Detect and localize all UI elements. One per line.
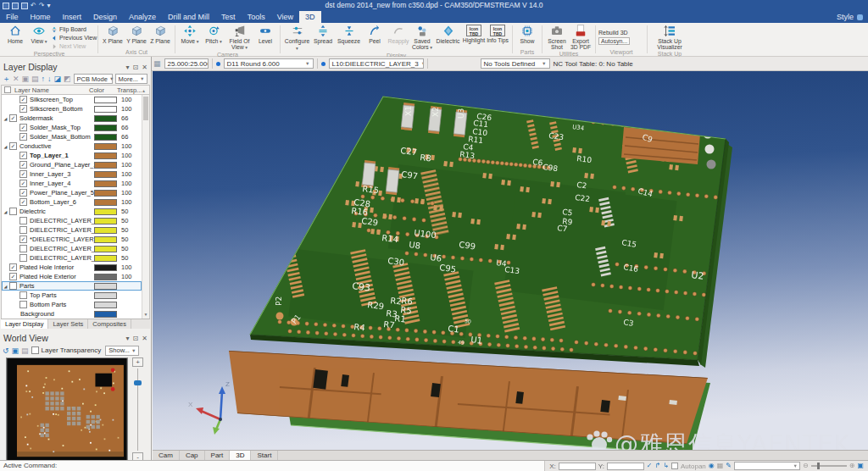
zoom-slider-thumb[interactable] bbox=[817, 463, 820, 469]
scrollbar-thumb[interactable] bbox=[143, 97, 148, 120]
scroll-down-icon[interactable]: ▼ bbox=[142, 311, 149, 319]
configure-button[interactable]: Configure bbox=[283, 24, 311, 52]
layer-visibility-checkbox[interactable] bbox=[19, 152, 27, 159]
layer-row-plated-hole-interior[interactable]: Plated Hole Interior100 bbox=[2, 263, 142, 272]
layer-color-swatch[interactable] bbox=[94, 246, 117, 252]
layer-row-silkscreen-top[interactable]: Silkscreen_Top100 bbox=[2, 95, 142, 104]
layer-row-top-layer-1[interactable]: Top_Layer_1100 bbox=[2, 151, 142, 160]
grid-toggle-icon[interactable]: ▦ bbox=[717, 462, 724, 470]
layer-visibility-checkbox[interactable] bbox=[9, 114, 17, 122]
pcb-mode-combo[interactable]: PCB Mode▼ bbox=[74, 74, 113, 84]
expander-icon[interactable] bbox=[2, 144, 9, 149]
pitch-button[interactable]: Pitch bbox=[202, 24, 225, 51]
layer-color-swatch[interactable] bbox=[94, 283, 117, 290]
layer-color-swatch[interactable] bbox=[94, 208, 117, 215]
edit-icon[interactable]: ✎ bbox=[726, 462, 732, 470]
expander-icon[interactable] bbox=[2, 209, 9, 214]
layer-color-swatch[interactable] bbox=[94, 227, 117, 234]
copy-layer-icon[interactable]: ▣ bbox=[22, 75, 30, 83]
y-coordinate-input[interactable] bbox=[607, 463, 644, 470]
layer-visibility-checkbox[interactable] bbox=[19, 198, 27, 206]
layer-visibility-checkbox[interactable] bbox=[19, 217, 27, 224]
expander-icon[interactable] bbox=[2, 284, 9, 289]
layer-color-swatch[interactable] bbox=[94, 180, 117, 187]
layer-color-swatch[interactable] bbox=[94, 125, 117, 131]
layer-color-swatch[interactable] bbox=[94, 218, 117, 224]
level-button[interactable]: Level bbox=[253, 24, 277, 51]
3d-viewport[interactable]: X1X2U3C26C11C10R11C4R13C23U34C6C98R10C27… bbox=[153, 71, 868, 450]
snap-mode-alt-icon[interactable]: ↳ bbox=[663, 462, 669, 470]
panel-menu-icon[interactable]: ▾ bbox=[126, 335, 130, 342]
snap-mode-icon[interactable]: ↱ bbox=[655, 462, 661, 470]
layer-color-swatch[interactable] bbox=[94, 255, 117, 262]
more-combo[interactable]: More...▼ bbox=[115, 74, 147, 84]
layer-visibility-checkbox[interactable] bbox=[19, 254, 27, 262]
menu-home[interactable]: Home bbox=[25, 11, 57, 23]
apply-icon[interactable]: ✓ bbox=[647, 462, 653, 470]
layer-row-inner-layer-3[interactable]: Inner_Layer_3100 bbox=[2, 169, 142, 179]
tab-3d[interactable]: 3D bbox=[230, 451, 251, 460]
info-tips-button[interactable]: Icon TBDInfo Tips bbox=[486, 24, 509, 52]
x-plane-button[interactable]: X Plane bbox=[101, 24, 125, 48]
screen-shot-button[interactable]: Screen Shot bbox=[545, 24, 569, 50]
layer-visibility-checkbox[interactable] bbox=[19, 96, 27, 103]
highlight-button[interactable]: Icon TBDHighlight bbox=[462, 24, 486, 52]
add-layer-icon[interactable]: ＋ bbox=[3, 75, 10, 83]
stack-up-visualizer-button[interactable]: Stack Up Visualizer bbox=[650, 24, 689, 50]
sort-icon[interactable]: ▴ bbox=[142, 87, 149, 93]
select-all-checkbox[interactable] bbox=[4, 86, 11, 93]
layer-row-parts[interactable]: Parts bbox=[2, 281, 142, 291]
layer-color-swatch[interactable] bbox=[94, 115, 117, 122]
view-button[interactable]: View bbox=[27, 24, 51, 50]
layer-row-silkscreen-bottom[interactable]: Silkscreen_Bottom100 bbox=[2, 104, 142, 114]
flip-board-button[interactable]: Flip Board bbox=[51, 25, 95, 33]
tab-composites[interactable]: Composites bbox=[88, 319, 131, 329]
field-of-view-button[interactable]: Field Of View bbox=[225, 24, 253, 51]
layer-row-power-plane-layer-5[interactable]: Power_Plane_Layer_5100 bbox=[2, 188, 142, 197]
layer-color-swatch[interactable] bbox=[94, 199, 117, 206]
autosyn-button[interactable]: Autosyn... bbox=[598, 37, 630, 45]
status-dropdown[interactable]: ▼ bbox=[734, 462, 800, 470]
layer-color-swatch[interactable] bbox=[94, 190, 117, 197]
capture-icon[interactable]: ▣ bbox=[12, 346, 19, 355]
layer-color-swatch[interactable] bbox=[94, 143, 117, 150]
tab-layer-display[interactable]: Layer Display bbox=[1, 319, 48, 329]
layer-visibility-checkbox[interactable] bbox=[19, 133, 27, 141]
layer-row-top-parts[interactable]: Top Parts bbox=[2, 291, 142, 300]
close-icon[interactable]: ✕ bbox=[142, 335, 147, 342]
style-dropdown[interactable]: Style bbox=[837, 13, 854, 21]
show-combo[interactable]: Show...▼ bbox=[105, 346, 139, 356]
layer-visibility-checkbox[interactable] bbox=[19, 180, 27, 187]
layer-visibility-checkbox[interactable] bbox=[19, 291, 27, 299]
move-layer-down-icon[interactable]: ↓ bbox=[47, 75, 52, 83]
layer-row-bottom-parts[interactable]: Bottom Parts bbox=[2, 300, 142, 309]
spread-button[interactable]: Spread bbox=[311, 24, 335, 52]
zoom-out-icon[interactable]: ⊖ bbox=[803, 462, 809, 470]
layer-visibility-checkbox[interactable] bbox=[9, 142, 17, 150]
z-plane-button[interactable]: Z Plane bbox=[148, 24, 172, 48]
layer-row-ground-plane-layer-2[interactable]: Ground_Plane_Layer_2100 bbox=[2, 160, 142, 169]
dielectric-button[interactable]: Dielectric bbox=[434, 24, 462, 52]
layer-color-swatch[interactable] bbox=[94, 264, 117, 271]
target-icon[interactable]: ◉ bbox=[709, 462, 715, 470]
layer-visibility-checkbox[interactable] bbox=[19, 105, 27, 113]
layer-visibility-checkbox[interactable] bbox=[19, 124, 27, 131]
peel-button[interactable]: Peel bbox=[363, 24, 387, 52]
layer-visibility-checkbox[interactable] bbox=[19, 170, 27, 178]
layer-color-swatch[interactable] bbox=[94, 171, 117, 178]
layer-row-inner-layer-4[interactable]: Inner_Layer_4100 bbox=[2, 179, 142, 188]
layer-row-solder-mask-bottom[interactable]: Solder_Mask_Bottom66 bbox=[2, 132, 142, 141]
next-view-button[interactable]: Next View bbox=[51, 42, 95, 50]
paste-layer-icon[interactable]: ▤ bbox=[31, 75, 39, 83]
tab-start[interactable]: Start bbox=[251, 451, 278, 460]
menu-test[interactable]: Test bbox=[215, 11, 242, 23]
layer-color-swatch[interactable] bbox=[94, 106, 117, 113]
layer-row-dielectric-layer-5[interactable]: DIELECTRIC_LAYER_550 bbox=[2, 253, 142, 263]
layer-row-dielectric-layer-1[interactable]: DIELECTRIC_LAYER_150 bbox=[2, 216, 142, 225]
layer-list-scrollbar[interactable]: ▼ bbox=[142, 95, 149, 319]
y-plane-button[interactable]: Y Plane bbox=[125, 24, 148, 48]
layer-row-dielectric-layer-4[interactable]: DIELECTRIC_LAYER_450 bbox=[2, 244, 142, 253]
rebuild-3d-button[interactable]: Rebuild 3D bbox=[598, 29, 644, 36]
layer-color-swatch[interactable] bbox=[94, 292, 117, 299]
zoom-in-button[interactable]: + bbox=[132, 357, 143, 367]
